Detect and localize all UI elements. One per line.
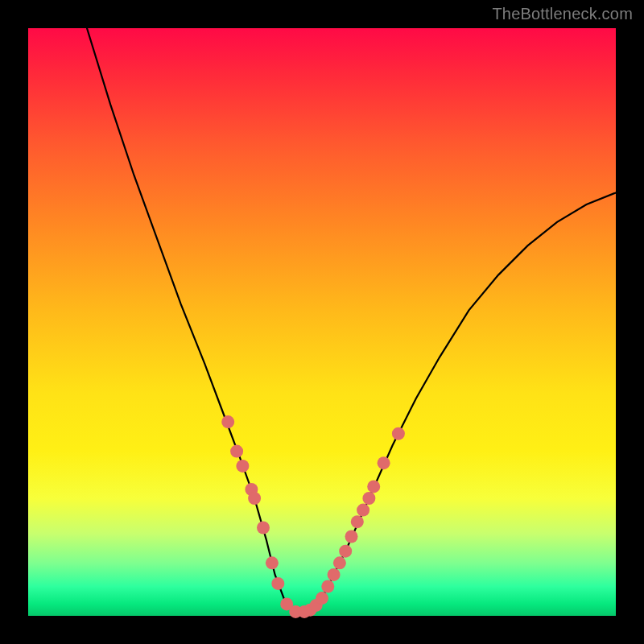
- marker-point: [351, 515, 364, 528]
- marker-point: [221, 415, 234, 428]
- marker-point: [328, 568, 341, 581]
- marker-point: [357, 504, 369, 517]
- marker-point: [266, 556, 279, 569]
- chart-svg: [28, 28, 616, 616]
- marker-point: [392, 427, 405, 440]
- marker-point: [362, 492, 375, 505]
- marker-point: [316, 592, 328, 605]
- marker-point: [230, 445, 243, 458]
- marker-point: [248, 492, 261, 505]
- marker-point: [236, 460, 249, 473]
- marker-point: [271, 577, 284, 590]
- chart-frame: TheBottleneck.com: [0, 0, 644, 644]
- watermark-text: TheBottleneck.com: [492, 5, 633, 23]
- marker-point: [333, 556, 346, 569]
- marker-point: [367, 480, 380, 493]
- marker-point: [339, 545, 352, 558]
- plot-area: [28, 28, 616, 616]
- bottleneck-curve: [87, 28, 616, 613]
- marker-point: [345, 530, 358, 543]
- marker-point: [321, 580, 334, 593]
- marker-point: [257, 522, 270, 535]
- marker-point: [378, 456, 390, 469]
- highlight-markers: [221, 415, 405, 618]
